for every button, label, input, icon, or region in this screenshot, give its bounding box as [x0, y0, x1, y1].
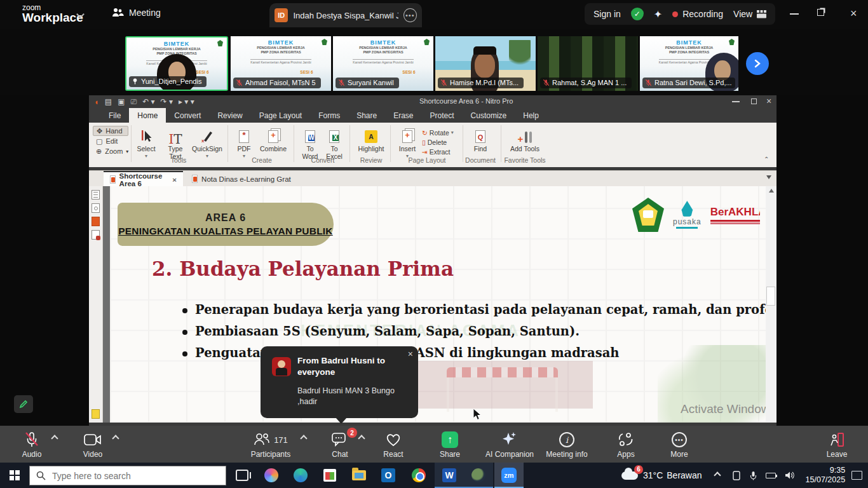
scroll-up-icon[interactable] [769, 189, 774, 193]
document-canvas[interactable]: KEMENTERIAN AGAMA AREA 6 PENINGKATAN KUA… [103, 186, 766, 423]
nitro-minimize-button[interactable] [732, 101, 740, 102]
tab-list-dropdown-icon[interactable] [766, 175, 771, 179]
menu-protect[interactable]: Protect [422, 108, 463, 123]
react-button[interactable]: React [376, 430, 410, 459]
audio-button[interactable]: Audio [14, 430, 50, 459]
undo-icon[interactable]: ↶ ▾ [142, 95, 154, 108]
video-tile-3[interactable]: BIMTEK PENGISIAN LEMBAR KERJA PMP ZONA I… [333, 36, 433, 91]
chat-notification-popup[interactable]: From Badrul Husni to everyone Badrul Hus… [261, 346, 418, 418]
weather-desc[interactable]: Berawan [667, 470, 702, 480]
nitro-close-button[interactable]: × [766, 96, 771, 106]
copilot-button[interactable] [257, 463, 286, 488]
zoom-app-button[interactable]: zm [494, 463, 524, 488]
tab-meeting[interactable]: Meeting [111, 7, 161, 18]
menu-home[interactable]: Home [129, 108, 166, 123]
file-explorer-button[interactable] [344, 463, 374, 488]
task-view-button[interactable] [227, 463, 257, 488]
menu-file[interactable]: File [100, 108, 129, 123]
vertical-scrollbar[interactable] [766, 186, 776, 423]
menu-page-layout[interactable]: Page Layout [251, 108, 310, 123]
menu-review[interactable]: Review [209, 108, 250, 123]
preview-panel-icon[interactable] [92, 203, 100, 213]
save-icon[interactable]: ▣ [118, 95, 125, 108]
doc-tab-nota-dinas[interactable]: Nota Dinas e-Learning Gratifikasi... [186, 171, 297, 187]
mic-tray-icon[interactable] [750, 471, 757, 480]
outlook-button[interactable]: O [374, 463, 403, 488]
start-button[interactable] [0, 463, 29, 488]
print-icon[interactable]: ⎚ [131, 95, 137, 108]
chrome-button[interactable] [404, 463, 433, 488]
signatures-panel-icon[interactable] [92, 230, 100, 240]
add-tools-button[interactable]: + Add Tools [507, 126, 543, 152]
weather-button[interactable]: 6 [621, 471, 638, 480]
security-shield-icon[interactable]: ✓ [631, 8, 644, 20]
select-button[interactable]: Select▾ [132, 126, 160, 160]
window-minimize-button[interactable] [790, 13, 799, 15]
delete-button[interactable]: ▯Delete [422, 137, 459, 147]
menu-forms[interactable]: Forms [310, 108, 348, 123]
menu-convert[interactable]: Convert [166, 108, 209, 123]
comments-panel-icon[interactable] [92, 409, 100, 419]
search-input[interactable] [51, 470, 203, 482]
edge-button[interactable] [286, 463, 315, 488]
ai-companion-button[interactable]: AI Companion [482, 430, 538, 459]
tab-more-icon[interactable]: ••• [403, 8, 417, 22]
annotation-pencil-button[interactable] [14, 395, 33, 413]
quicksign-button[interactable]: x QuickSign▾ [189, 126, 225, 160]
audio-options-chevron[interactable] [51, 435, 58, 442]
ai-sparkle-icon[interactable]: ✦ [654, 8, 662, 20]
video-tile-5[interactable]: Rahmat, S.Ag MAN 1 ... [538, 36, 638, 91]
participants-button[interactable]: 171 Participants [245, 430, 297, 459]
weather-temp[interactable]: 31°C [643, 470, 663, 480]
nitro-maximize-button[interactable] [751, 98, 757, 104]
menu-share[interactable]: Share [348, 108, 385, 123]
store-button[interactable] [315, 463, 344, 488]
video-tile-2[interactable]: BIMTEK PENGISIAN LEMBAR KERJA PMP ZONA I… [231, 36, 331, 91]
collapse-ribbon-icon[interactable]: ⌃ [764, 156, 769, 163]
next-page-button[interactable] [746, 52, 769, 75]
doc-tab-shortcourse[interactable]: Shortcourse Area 6 × [104, 171, 183, 187]
pages-panel-icon[interactable] [92, 190, 100, 200]
video-options-chevron[interactable] [112, 435, 119, 442]
speaker-icon[interactable] [785, 471, 795, 480]
taskbar-clock[interactable]: 9:35 15/07/2025 [806, 466, 846, 485]
participants-options-chevron[interactable] [300, 435, 307, 442]
type-text-button[interactable]: IT Type Text [163, 126, 188, 160]
sign-in-button[interactable]: Sign in [593, 9, 621, 19]
bookmarks-panel-icon[interactable] [92, 217, 100, 226]
word-button[interactable]: W [435, 463, 464, 488]
window-close-button[interactable]: × [850, 7, 857, 20]
view-button[interactable]: View [733, 9, 766, 19]
share-button[interactable]: ↑ Share [434, 430, 466, 459]
edit-tool-button[interactable]: ▢Edit [93, 136, 128, 146]
combine-button[interactable]: + Combine [257, 126, 290, 152]
taskbar-search[interactable] [29, 466, 226, 485]
battery-icon[interactable] [766, 473, 776, 478]
to-word-button[interactable]: W To Word [299, 126, 322, 160]
close-icon[interactable]: × [408, 349, 413, 359]
more-button[interactable]: ••• More [662, 430, 696, 459]
scrollbar-thumb[interactable] [766, 287, 775, 306]
extract-button[interactable]: ⇥Extract [422, 147, 459, 156]
menu-help[interactable]: Help [515, 108, 547, 123]
chat-button[interactable]: 2 Chat [323, 430, 357, 459]
meeting-info-button[interactable]: i Meeting info [541, 430, 592, 459]
chat-options-chevron[interactable] [358, 435, 365, 442]
close-tab-icon[interactable]: × [172, 176, 177, 184]
photos-button[interactable] [464, 463, 493, 488]
create-pdf-button[interactable]: * PDF▾ [233, 126, 255, 160]
window-restore-button[interactable] [817, 9, 824, 16]
tray-expand-chevron[interactable] [714, 471, 721, 478]
leave-button[interactable]: Leave [821, 430, 853, 459]
redo-icon[interactable]: ↷ ▾ [161, 95, 173, 108]
video-tile-1[interactable]: BIMTEK PENGISIAN LEMBAR KERJA PMP ZONA I… [125, 36, 228, 91]
to-excel-button[interactable]: X To Excel [323, 126, 346, 160]
video-tile-6[interactable]: BIMTEK PENGISIAN LEMBAR KERJA PMP ZONA I… [640, 36, 738, 91]
insert-button[interactable]: + Insert▾ [395, 126, 419, 160]
highlight-button[interactable]: A Highlight [355, 126, 388, 152]
find-button[interactable]: Q Find [468, 126, 493, 152]
device-icon[interactable] [732, 471, 741, 480]
select-tool-icon[interactable]: ▸ ▾ ▾ [179, 95, 194, 108]
tab-shared-document[interactable]: ID Indah Destya Sispa_Kanwil Jambi' ••• [269, 3, 422, 27]
menu-customize[interactable]: Customize [463, 108, 515, 123]
